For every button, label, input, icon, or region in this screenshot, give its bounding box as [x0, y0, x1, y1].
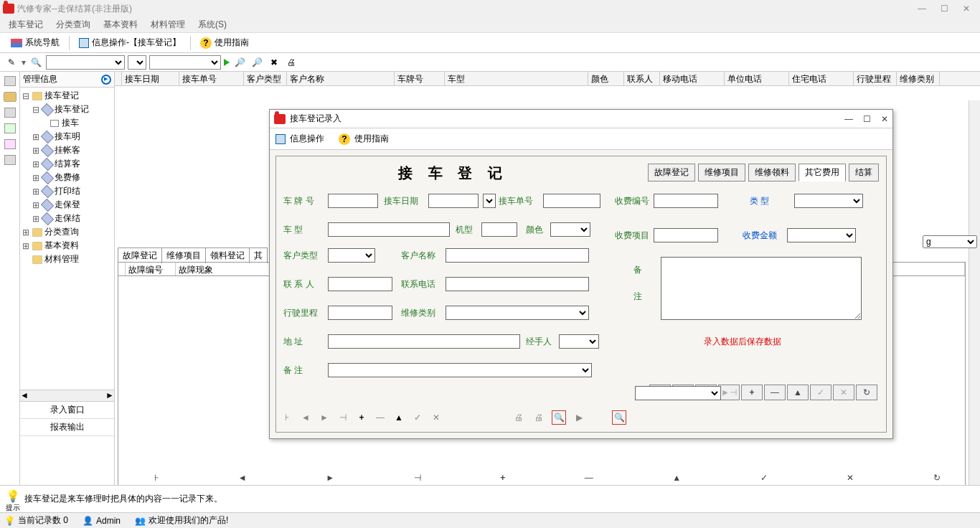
nav-ok-icon[interactable]: ✓: [760, 473, 768, 483]
col-header[interactable]: 移动电话: [660, 72, 725, 85]
print2-icon[interactable]: 🖨: [532, 410, 546, 425]
col-header[interactable]: 客户名称: [287, 72, 395, 85]
tree-node[interactable]: ⊟接车登记: [22, 103, 113, 116]
menu-item[interactable]: 基本资料: [98, 17, 143, 32]
print-icon[interactable]: 🖨: [512, 410, 526, 425]
remark2-textarea[interactable]: [661, 257, 862, 320]
combo-3[interactable]: [149, 55, 221, 70]
menu-item[interactable]: 分类查询: [50, 17, 96, 32]
col-header[interactable]: 维修类别: [897, 72, 940, 85]
dlg-infoop-button[interactable]: 信息操作: [275, 133, 324, 145]
col-header[interactable]: 联系人: [624, 72, 660, 85]
contact-input[interactable]: [328, 277, 392, 291]
nav-prev-icon[interactable]: ◄: [238, 473, 247, 483]
col-header[interactable]: 车牌号: [395, 72, 445, 85]
dlg-tab[interactable]: 故障登记: [648, 164, 695, 182]
bnav-prev-icon[interactable]: ◄: [299, 412, 312, 423]
nav-refresh-button[interactable]: ↻: [856, 385, 877, 400]
mtype-input[interactable]: [481, 222, 517, 237]
nav-edit-button[interactable]: ▲: [787, 385, 809, 400]
col-header[interactable]: 颜色: [588, 72, 624, 85]
right-combo[interactable]: g: [923, 235, 977, 248]
feetype-select[interactable]: [794, 194, 863, 208]
nav-first-icon[interactable]: ⊦: [154, 473, 159, 483]
menu-item[interactable]: 系统(S): [192, 17, 232, 32]
tree-node[interactable]: ⊞打印结: [22, 184, 113, 198]
infoop-button[interactable]: 信息操作-【接车登记】: [72, 34, 187, 51]
nav-refresh-icon[interactable]: [101, 75, 111, 85]
ctype-select[interactable]: [328, 248, 375, 263]
tree-node[interactable]: ⊞走保结: [22, 212, 113, 225]
tree-node[interactable]: ⊞走保登: [22, 198, 113, 212]
color-select[interactable]: [550, 222, 590, 237]
dialog-close-button[interactable]: ✕: [881, 114, 888, 124]
tree-node[interactable]: ⊞分类查询: [22, 225, 113, 239]
nav-btn-report[interactable]: 报表输出: [20, 419, 114, 436]
strip-icon[interactable]: [4, 155, 16, 165]
subtab[interactable]: 故障登记: [118, 248, 162, 263]
tree-node[interactable]: ⊟接车登记: [22, 89, 113, 103]
col-header[interactable]: 车型: [445, 72, 588, 85]
play-icon[interactable]: ▶: [572, 410, 586, 425]
col-header[interactable]: 单位电话: [725, 72, 789, 85]
phone-input[interactable]: [446, 277, 589, 291]
feeitem-input[interactable]: [654, 228, 718, 242]
nav-last-icon[interactable]: ⊣: [414, 473, 421, 483]
bnav-last-icon[interactable]: ⊣: [336, 412, 349, 423]
dialog-minimize-button[interactable]: —: [844, 114, 853, 124]
date-picker[interactable]: [483, 194, 496, 208]
nav-next-icon[interactable]: ►: [326, 473, 334, 483]
nav-del-button[interactable]: —: [764, 385, 786, 400]
bnav-cancel-icon[interactable]: ✕: [430, 412, 443, 423]
sysnav-button[interactable]: 系统导航: [4, 34, 66, 51]
find-person-icon[interactable]: 🔎: [232, 55, 247, 70]
model-input[interactable]: [328, 222, 450, 237]
strip-icon[interactable]: [4, 108, 16, 118]
strip-icon[interactable]: [4, 76, 16, 86]
edit-icon[interactable]: ✎: [4, 55, 19, 70]
nav-add-button[interactable]: +: [741, 385, 763, 400]
dlg-tab[interactable]: 结算: [849, 164, 879, 182]
combo-1[interactable]: [46, 55, 125, 70]
tree-node[interactable]: ⊞基本资料: [22, 239, 113, 253]
tree-node[interactable]: 接车: [22, 116, 113, 130]
search-icon[interactable]: 🔍: [29, 55, 43, 70]
bnav-add-icon[interactable]: +: [355, 412, 368, 423]
subtab[interactable]: 领料登记: [205, 248, 250, 263]
feeamt-select[interactable]: [787, 228, 856, 242]
bnav-next-icon[interactable]: ►: [318, 412, 331, 423]
menu-item[interactable]: 接车登记: [3, 17, 49, 32]
clear-icon[interactable]: ✖: [267, 55, 281, 70]
vscrollbar[interactable]: [969, 100, 980, 511]
run-icon[interactable]: [224, 59, 230, 66]
col-header[interactable]: 住宅电话: [789, 72, 854, 85]
minimize-button[interactable]: —: [918, 4, 926, 14]
dialog-maximize-button[interactable]: ☐: [863, 114, 871, 124]
nav-btn-entry[interactable]: 录入窗口: [20, 402, 114, 419]
guide-button[interactable]: ? 使用指南: [194, 34, 255, 51]
nav-cancel-icon[interactable]: ✕: [847, 473, 854, 483]
nav-cancel-button[interactable]: ✕: [833, 385, 854, 400]
strip-icon[interactable]: [4, 92, 17, 102]
menu-item[interactable]: 材料管理: [145, 17, 191, 32]
bottom-combo[interactable]: [635, 386, 721, 400]
col-header[interactable]: 接车日期: [122, 72, 179, 85]
tree-node[interactable]: ⊞结算客: [22, 157, 113, 171]
close-button[interactable]: ✕: [963, 4, 970, 14]
dlg-tab[interactable]: 维修项目: [698, 164, 745, 182]
combo-2[interactable]: [128, 55, 146, 70]
strip-icon[interactable]: [4, 123, 16, 133]
bnav-del-icon[interactable]: —: [374, 412, 387, 423]
repairtype-select[interactable]: [446, 306, 589, 320]
nav-ok-button[interactable]: ✓: [810, 385, 831, 400]
nav-refresh-icon[interactable]: ↻: [933, 473, 941, 483]
subtab[interactable]: 其: [249, 248, 268, 263]
mileage-input[interactable]: [328, 306, 392, 320]
zoom2-icon[interactable]: 🔍: [612, 410, 626, 425]
nav-add-icon[interactable]: +: [500, 473, 505, 483]
nav-edit-icon[interactable]: ▲: [672, 473, 681, 483]
maximize-button[interactable]: ☐: [941, 4, 948, 14]
plate-input[interactable]: [328, 194, 378, 208]
tree-node[interactable]: 材料管理: [22, 253, 113, 266]
subtab[interactable]: 维修项目: [161, 248, 206, 263]
